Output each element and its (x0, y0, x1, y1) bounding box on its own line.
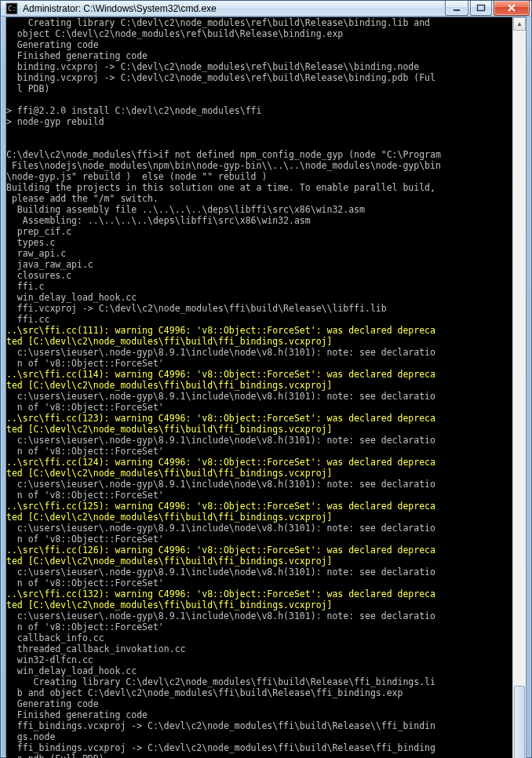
terminal-line: c:\users\ieuser\.node-gyp\8.9.1\include\… (6, 479, 512, 490)
terminal-line: callback_info.cc (6, 632, 512, 643)
terminal-line: ..\src\ffi.cc(126): warning C4996: 'v8::… (6, 545, 512, 556)
svg-rect-3 (478, 5, 485, 11)
terminal-line: n of 'v8::Object::ForceSet' (6, 534, 512, 545)
terminal-line: n of 'v8::Object::ForceSet' (6, 446, 512, 457)
terminal-line: ted [C:\devl\c2\node_modules\ffi\build\f… (6, 380, 512, 391)
terminal-line: ffi.c (6, 281, 512, 292)
terminal-line: prep_cif.c (6, 226, 512, 237)
terminal-line: binding.vcxproj -> C:\devl\c2\node_modul… (6, 61, 512, 72)
terminal-line: Generating code (6, 39, 512, 50)
terminal-line (6, 138, 512, 149)
terminal-line: l PDB) (6, 83, 512, 94)
terminal-line: ted [C:\devl\c2\node_modules\ffi\build\f… (6, 424, 512, 435)
terminal-line: ffi.vcxproj -> C:\devl\c2\node_modules\f… (6, 303, 512, 314)
vertical-scrollbar[interactable]: ▲ ▼ (512, 17, 526, 758)
window-title: Administrator: C:\Windows\System32\cmd.e… (23, 3, 217, 14)
terminal-line: c:\users\ieuser\.node-gyp\8.9.1\include\… (6, 435, 512, 446)
terminal-line: ..\src\ffi.cc(123): warning C4996: 'v8::… (6, 413, 512, 424)
minimize-button[interactable] (445, 1, 468, 16)
terminal-line: ..\src\ffi.cc(125): warning C4996: 'v8::… (6, 501, 512, 512)
terminal-line: java_raw_api.c (6, 259, 512, 270)
terminal-line: Assembling: ..\..\..\..\deps\libffi\src\… (6, 215, 512, 226)
scroll-up-button[interactable]: ▲ (513, 17, 526, 31)
titlebar[interactable]: C: Administrator: C:\Windows\System32\cm… (1, 1, 531, 16)
terminal-line: c:\users\ieuser\.node-gyp\8.9.1\include\… (6, 567, 512, 578)
terminal-line: s.pdb (Full PDB) (6, 753, 512, 758)
terminal-line: ted [C:\devl\c2\node_modules\ffi\build\f… (6, 556, 512, 567)
svg-rect-2 (454, 9, 460, 11)
client-area: Creating library C:\devl\c2\node_modules… (5, 16, 527, 758)
terminal-line: C:\devl\c2\node_modules\ffi>if not defin… (6, 149, 512, 160)
scroll-thumb[interactable] (514, 686, 525, 758)
terminal-line: ffi_bindings.vcxproj -> C:\devl\c2\node_… (6, 742, 512, 753)
terminal-line: ted [C:\devl\c2\node_modules\ffi\build\f… (6, 336, 512, 347)
terminal-line: win_delay_load_hook.cc (6, 292, 512, 303)
terminal-line: c:\users\ieuser\.node-gyp\8.9.1\include\… (6, 523, 512, 534)
terminal-line: gs.node (6, 731, 512, 742)
terminal-line: \node-gyp.js" rebuild ) else (node "" re… (6, 171, 512, 182)
terminal-line: please add the "/m" switch. (6, 193, 512, 204)
terminal-line: ffi_bindings.vcxproj -> C:\devl\c2\node_… (6, 720, 512, 731)
terminal-line: Building assembly file ..\..\..\..\deps\… (6, 204, 512, 215)
cmd-window: C: Administrator: C:\Windows\System32\cm… (0, 0, 532, 758)
terminal-line: raw_api.c (6, 248, 512, 259)
terminal-line: c:\users\ieuser\.node-gyp\8.9.1\include\… (6, 347, 512, 358)
terminal-line: ted [C:\devl\c2\node_modules\ffi\build\f… (6, 468, 512, 479)
window-controls (445, 1, 530, 16)
terminal-line: n of 'v8::Object::ForceSet' (6, 578, 512, 589)
terminal-line: ..\src\ffi.cc(114): warning C4996: 'v8::… (6, 369, 512, 380)
terminal-line: c:\users\ieuser\.node-gyp\8.9.1\include\… (6, 610, 512, 621)
terminal-line: win_delay_load_hook.cc (6, 665, 512, 676)
terminal-line: > node-gyp rebuild (6, 116, 512, 127)
terminal-line: Creating library C:\devl\c2\node_modules… (6, 676, 512, 687)
terminal-line: ted [C:\devl\c2\node_modules\ffi\build\f… (6, 599, 512, 610)
cmd-icon: C: (5, 2, 18, 15)
terminal-line: Finished generating code (6, 50, 512, 61)
terminal-line: Generating code (6, 698, 512, 709)
maximize-button[interactable] (470, 1, 492, 16)
terminal-line: n of 'v8::Object::ForceSet' (6, 402, 512, 413)
terminal-line: win32-dlfcn.cc (6, 654, 512, 665)
terminal-line: ..\src\ffi.cc(132): warning C4996: 'v8::… (6, 589, 512, 599)
terminal-line (6, 94, 512, 105)
terminal-line (6, 127, 512, 138)
terminal-line: ted [C:\devl\c2\node_modules\ffi\build\f… (6, 512, 512, 523)
terminal-line: types.c (6, 237, 512, 248)
close-button[interactable] (494, 1, 530, 16)
scroll-track[interactable] (513, 31, 526, 758)
terminal-line: > ffi@2.2.0 install C:\devl\c2\node_modu… (6, 105, 512, 116)
terminal-line: binding.vcxproj -> C:\devl\c2\node_modul… (6, 72, 512, 83)
terminal-line: ..\src\ffi.cc(111): warning C4996: 'v8::… (6, 325, 512, 336)
terminal-line: Building the projects in this solution o… (6, 182, 512, 193)
terminal-line: ffi.cc (6, 314, 512, 325)
terminal-line: ..\src\ffi.cc(124): warning C4996: 'v8::… (6, 457, 512, 468)
terminal-line: b and object C:\devl\c2\node_modules\ffi… (6, 687, 512, 698)
terminal-line: n of 'v8::Object::ForceSet' (6, 490, 512, 501)
terminal-line: c:\users\ieuser\.node-gyp\8.9.1\include\… (6, 391, 512, 402)
terminal-line: Creating library C:\devl\c2\node_modules… (6, 17, 512, 28)
terminal-line: Files\nodejs\node_modules\npm\bin\node-g… (6, 160, 512, 171)
terminal-line: Finished generating code (6, 709, 512, 720)
terminal-line: n of 'v8::Object::ForceSet' (6, 621, 512, 632)
terminal-line: closures.c (6, 270, 512, 281)
terminal-line: threaded_callback_invokation.cc (6, 643, 512, 654)
terminal-line: object C:\devl\c2\node_modules\ref\build… (6, 28, 512, 39)
svg-text:C:: C: (8, 5, 16, 13)
terminal-output[interactable]: Creating library C:\devl\c2\node_modules… (6, 17, 512, 758)
terminal-line: n of 'v8::Object::ForceSet' (6, 358, 512, 369)
